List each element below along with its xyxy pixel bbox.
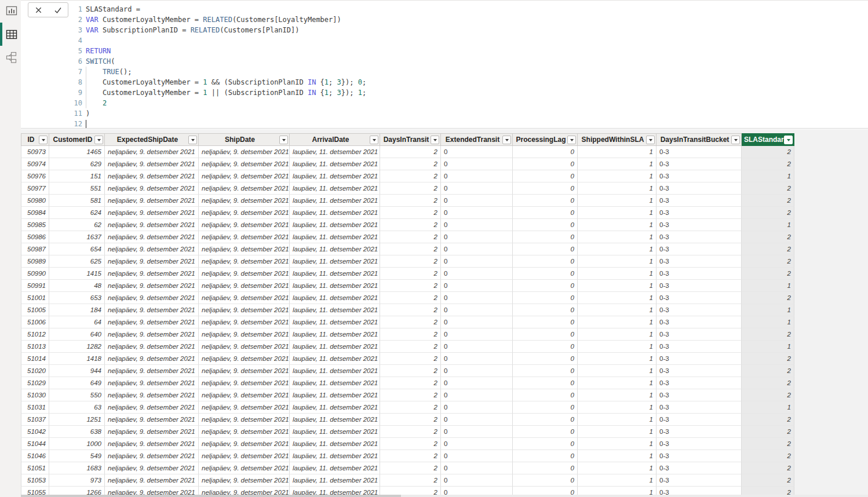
table-row: 51029649neljapäev, 9. detsember 2021nelj… [21,377,794,389]
table-cell: 1 [578,474,657,487]
table-cell: 1 [578,316,657,328]
table-cell: 1 [578,182,657,195]
table-cell: 0-3 [657,353,742,365]
filter-dropdown-icon[interactable] [731,136,740,144]
filter-dropdown-icon[interactable] [39,136,48,144]
table-cell: 2 [380,146,441,158]
table-cell: 51042 [21,426,49,438]
column-header-slastandard[interactable]: SLAStandard [742,133,794,146]
table-row: 51030550neljapäev, 9. detsember 2021nelj… [21,389,794,401]
table-cell: neljapäev, 9. detsember 2021 [105,146,199,158]
filter-dropdown-icon[interactable] [94,136,103,144]
filter-dropdown-icon[interactable] [502,136,511,144]
table-cell: 2 [380,426,441,438]
filter-dropdown-icon[interactable] [784,136,793,144]
filter-dropdown-icon[interactable] [279,136,288,144]
filter-dropdown-icon[interactable] [646,136,655,144]
text-cursor [86,120,86,128]
dax-code-line: 8 CustomerLoyaltyMember = 1 && (Subscrip… [71,77,366,87]
dax-formula-editor[interactable]: 1SLAStandard =2VAR CustomerLoyaltyMember… [71,4,366,129]
column-header-label: ShippedWithinSLA [579,136,655,144]
table-cell: 1 [578,377,657,389]
table-cell: 50991 [21,280,49,292]
table-cell: 2 [742,207,794,219]
checkmark-icon[interactable] [48,3,68,17]
table-cell: 0 [441,353,513,365]
data-view-icon[interactable] [5,28,18,41]
table-cell: 51014 [21,353,49,365]
table-cell: 1 [742,280,794,292]
table-cell: 0 [441,474,513,487]
table-cell: 2 [380,462,441,474]
table-cell: 50976 [21,170,49,182]
table-cell: 0-3 [657,268,742,280]
table-row: 5100664neljapäev, 9. detsember 2021nelja… [21,316,794,328]
column-header-daysintransitbucket[interactable]: DaysInTransitBucket [657,133,742,146]
table-row: 51001653neljapäev, 9. detsember 2021nelj… [21,292,794,304]
horizontal-scrollbar-thumb[interactable] [21,495,401,497]
cancel-icon[interactable] [28,3,48,17]
table-cell: 2 [742,195,794,207]
table-cell: laupäev, 11. detsember 2021 [290,170,380,182]
table-cell: neljapäev, 9. detsember 2021 [199,401,290,414]
table-cell: 1 [578,341,657,353]
table-cell: 1 [578,207,657,219]
filter-dropdown-icon[interactable] [370,136,378,144]
table-cell: 0 [441,268,513,280]
model-view-icon[interactable] [5,51,18,64]
table-row: 50984624neljapäev, 9. detsember 2021nelj… [21,207,794,219]
table-cell: 0 [441,377,513,389]
column-header-shippedwithinsla[interactable]: ShippedWithinSLA [578,133,657,146]
dax-code-line: 4 [71,35,366,46]
table-cell: laupäev, 11. detsember 2021 [290,280,380,292]
table-cell: 1 [578,414,657,426]
column-header-extendedtransit[interactable]: ExtendedTransit [441,133,513,146]
table-cell: 0 [513,207,578,219]
table-cell: 2 [742,353,794,365]
column-header-shipdate[interactable]: ShipDate [199,133,290,146]
column-header-id[interactable]: ID [21,133,49,146]
column-header-expectedshipdate[interactable]: ExpectedShipDate [105,133,199,146]
table-cell: 2 [742,255,794,268]
column-header-customerid[interactable]: CustomerID [49,133,105,146]
table-cell: 51051 [21,462,49,474]
table-cell: 1 [742,316,794,328]
column-header-daysintransit[interactable]: DaysInTransit [380,133,441,146]
table-cell: 2 [380,243,441,255]
filter-dropdown-icon[interactable] [431,136,439,144]
table-cell: 0 [513,401,578,414]
table-cell: 2 [742,182,794,195]
table-cell: 0 [513,182,578,195]
table-cell: neljapäev, 9. detsember 2021 [199,304,290,316]
table-cell: neljapäev, 9. detsember 2021 [199,219,290,231]
column-header-arrivaldate[interactable]: ArrivalDate [290,133,380,146]
table-cell: 1 [578,328,657,341]
table-cell: 0 [441,292,513,304]
report-view-icon[interactable] [5,5,18,17]
table-cell: 1251 [49,414,105,426]
table-cell: neljapäev, 9. detsember 2021 [199,341,290,353]
table-cell: neljapäev, 9. detsember 2021 [199,474,290,487]
table-cell: 1000 [49,438,105,450]
table-cell: 2 [380,231,441,243]
dax-code-line: 11) [71,108,366,119]
table-cell: neljapäev, 9. detsember 2021 [199,426,290,438]
table-cell: 1415 [49,268,105,280]
column-header-processinglag[interactable]: ProcessingLag [513,133,578,146]
table-cell: 0-3 [657,414,742,426]
table-row: 51012640neljapäev, 9. detsember 2021nelj… [21,328,794,341]
table-cell: neljapäev, 9. detsember 2021 [105,219,199,231]
dax-code-line: 10 2 [71,98,366,108]
table-cell: 0-3 [657,426,742,438]
table-cell: 2 [380,414,441,426]
view-sidebar [0,0,21,497]
table-cell: 0-3 [657,438,742,450]
filter-dropdown-icon[interactable] [188,136,197,144]
filter-dropdown-icon[interactable] [567,136,576,144]
table-cell: 2 [742,389,794,401]
table-cell: 1282 [49,341,105,353]
table-cell: 0-3 [657,401,742,414]
table-cell: 50985 [21,219,49,231]
horizontal-scrollbar[interactable] [21,495,868,497]
table-cell: 0-3 [657,474,742,487]
